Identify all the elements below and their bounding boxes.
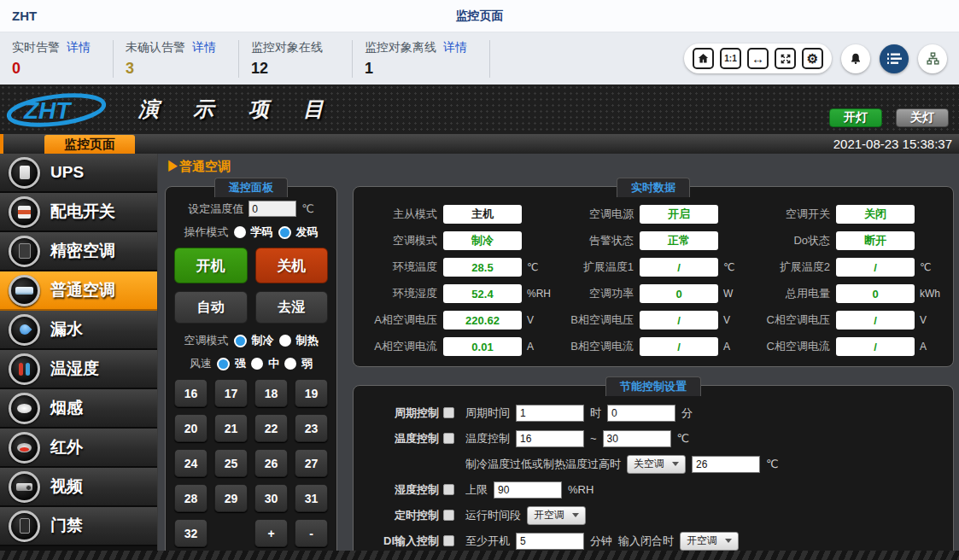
sidebar-item-water-leak[interactable]: 漏水: [0, 311, 157, 350]
smoke-detector-icon: [9, 393, 40, 424]
radio-fan-high[interactable]: [217, 358, 230, 370]
humidity-control-checkbox[interactable]: [443, 484, 454, 495]
temp-key[interactable]: 21: [214, 414, 248, 442]
min-runtime-input[interactable]: [516, 533, 584, 550]
temp-key[interactable]: 26: [254, 449, 288, 477]
sidebar-item-temp-humidity[interactable]: 温湿度: [0, 350, 157, 389]
overlimit-action-select[interactable]: 关空调: [627, 455, 686, 474]
light-on-button[interactable]: 开灯: [829, 108, 882, 127]
stat-label: 未确认告警: [126, 40, 185, 55]
temp-key[interactable]: 19: [295, 379, 328, 407]
temp-key[interactable]: 23: [295, 414, 328, 442]
settings-button[interactable]: ⚙: [802, 48, 823, 69]
temp-max-input[interactable]: [603, 430, 671, 447]
temp-key[interactable]: 22: [254, 414, 288, 442]
temp-key[interactable]: 24: [174, 449, 208, 477]
field-value: 开启: [640, 205, 718, 224]
set-temp-input[interactable]: [249, 201, 296, 217]
sidebar-item-infrared[interactable]: 红外: [0, 429, 157, 468]
tab-monitor-page[interactable]: 监控页面: [44, 135, 135, 154]
temp-key[interactable]: 25: [214, 449, 248, 477]
field-phase-b-voltage: B相空调电压/V: [555, 311, 751, 330]
temp-min-input[interactable]: [516, 430, 584, 447]
radio-fan-mid[interactable]: [251, 358, 263, 370]
one-to-one-button[interactable]: 1:1: [720, 48, 741, 69]
details-link[interactable]: 详情: [192, 40, 216, 55]
dehumidify-button[interactable]: 去湿: [255, 291, 329, 324]
topology-button[interactable]: [918, 44, 947, 73]
sidebar-item-precision-ac[interactable]: 精密空调: [0, 232, 157, 271]
overlimit-temp-input[interactable]: [692, 456, 760, 473]
panel-tab-realtime: 实时数据: [617, 178, 690, 197]
fit-width-button[interactable]: ↔: [747, 48, 769, 69]
field-value: 制冷: [443, 231, 522, 250]
field-ext-temp1: 扩展温度1/℃: [555, 258, 751, 277]
temp-control-label: 温度控制: [395, 431, 439, 446]
temp-key[interactable]: 17: [214, 379, 248, 407]
input-closed-label: 输入闭合时: [618, 534, 674, 549]
sidebar-item-label: 烟感: [50, 397, 83, 419]
temp-minus-key[interactable]: -: [295, 519, 328, 547]
sidebar-item-video[interactable]: 视频: [0, 468, 157, 507]
stat-label: 监控对象离线: [365, 40, 436, 55]
sidebar-item-ups[interactable]: UPS: [0, 154, 157, 193]
radio-fan-low[interactable]: [284, 358, 296, 370]
temp-key[interactable]: 27: [295, 449, 328, 477]
humidity-limit-input[interactable]: [494, 481, 562, 499]
fullscreen-button[interactable]: [775, 48, 796, 69]
alarm-bell-button[interactable]: [841, 44, 870, 73]
minutes-unit: 分钟: [590, 534, 612, 549]
auto-button[interactable]: 自动: [174, 291, 248, 324]
op-mode-row: 操作模式 学码 发码: [174, 225, 328, 240]
temp-key[interactable]: 30: [254, 484, 288, 512]
field-phase-c-voltage: C相空调电压/V: [751, 311, 948, 330]
fit-width-icon: ↔: [751, 51, 764, 66]
sidebar-item-access-control[interactable]: 门禁: [0, 507, 157, 546]
sidebar-item-label: UPS: [50, 163, 84, 182]
celsius-unit: ℃: [677, 432, 690, 445]
radio-cooling[interactable]: [234, 335, 247, 347]
power-off-button[interactable]: 关机: [255, 248, 329, 283]
temp-key[interactable]: 28: [174, 484, 208, 512]
sidebar-item-label: 温湿度: [50, 358, 99, 380]
submit-button[interactable]: 提交: [465, 557, 523, 560]
details-link[interactable]: 详情: [67, 40, 91, 55]
radio-learn-code[interactable]: [234, 226, 246, 238]
temp-plus-key[interactable]: +: [254, 519, 288, 547]
field-value: 断开: [836, 231, 915, 250]
details-link[interactable]: 详情: [443, 40, 467, 55]
light-off-button[interactable]: 关灯: [896, 108, 949, 127]
field-ac-mode: 空调模式制冷: [359, 231, 555, 250]
cycle-control-checkbox[interactable]: [443, 407, 454, 418]
input-closed-select[interactable]: 开空调: [680, 532, 739, 551]
temp-key[interactable]: 18: [254, 379, 288, 407]
di-control-checkbox[interactable]: [443, 535, 454, 546]
timer-control-checkbox[interactable]: [443, 510, 454, 521]
temp-key[interactable]: 29: [214, 484, 248, 512]
temp-control-checkbox[interactable]: [443, 433, 454, 444]
radio-send-code[interactable]: [278, 226, 291, 239]
power-on-button[interactable]: 开机: [174, 248, 248, 283]
timer-control-row: 定时控制 运行时间段 开空调: [365, 505, 941, 525]
temp-key[interactable]: 16: [174, 379, 208, 407]
field-total-energy: 总用电量0kWh: [751, 284, 948, 303]
sidebar-item-normal-ac[interactable]: 普通空调: [0, 271, 157, 311]
op-mode-label: 操作模式: [184, 225, 229, 240]
cycle-minute-input[interactable]: [607, 405, 675, 422]
temp-key[interactable]: 31: [295, 484, 328, 512]
run-period-select[interactable]: 开空调: [527, 506, 586, 525]
sidebar-item-smoke[interactable]: 烟感: [0, 389, 157, 429]
field-value: 0.01: [443, 337, 522, 356]
stat-label: 实时告警: [12, 40, 60, 55]
home-button[interactable]: [693, 48, 714, 69]
temp-key[interactable]: 32: [174, 519, 208, 547]
one-to-one-icon: 1:1: [724, 54, 736, 63]
run-period-label: 运行时间段: [465, 508, 521, 523]
temp-key[interactable]: 20: [174, 414, 208, 442]
list-view-button[interactable]: [880, 44, 909, 73]
sidebar-item-power-switch[interactable]: 配电开关: [0, 193, 157, 232]
radio-heating[interactable]: [279, 335, 291, 347]
di-control-label: DI输入控制: [383, 534, 439, 549]
cycle-hour-input[interactable]: [516, 405, 584, 422]
field-ac-switch: 空调开关关闭: [751, 205, 948, 224]
